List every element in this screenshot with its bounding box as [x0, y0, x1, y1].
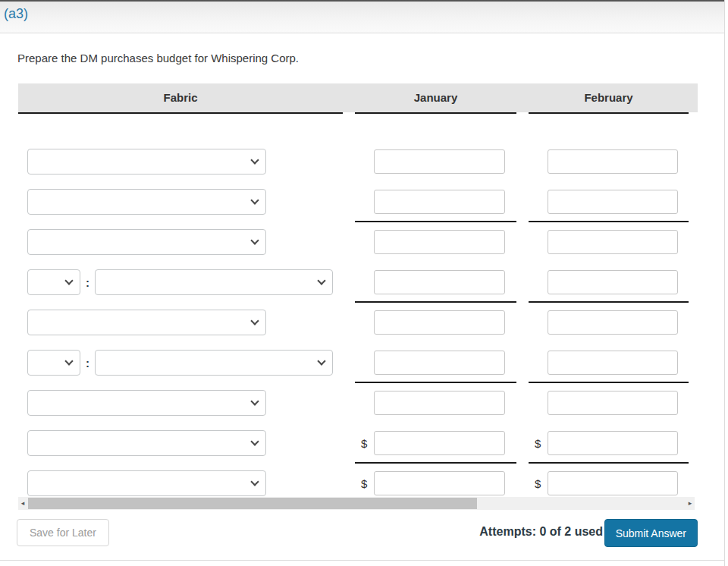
jan-cell [355, 269, 516, 295]
feb-cell [529, 310, 689, 335]
january-amount-input[interactable] [374, 149, 505, 174]
february-amount-input[interactable] [548, 190, 678, 214]
february-amount-input[interactable] [548, 230, 678, 254]
table-row: : [18, 269, 698, 295]
table-row: : [18, 350, 698, 376]
jan-cell [355, 229, 516, 255]
single-rule [529, 382, 689, 383]
feb-cell [529, 350, 689, 376]
single-rule [355, 462, 516, 464]
subtotal-rule-row [18, 382, 698, 383]
january-amount-input[interactable] [374, 270, 505, 294]
scroll-right-arrow-icon[interactable]: ▸ [686, 497, 695, 510]
header-rule [529, 112, 689, 114]
fabric-select[interactable] [27, 390, 266, 416]
january-amount-input[interactable] [374, 351, 505, 375]
column-header-january: January [355, 83, 516, 112]
fabric-select[interactable] [27, 470, 266, 496]
fabric-select [27, 430, 266, 456]
currency-symbol: $ [535, 437, 541, 450]
fabric-select [27, 269, 80, 295]
table-row [18, 310, 698, 335]
table-row: $$ [18, 430, 698, 456]
january-amount-input[interactable] [374, 431, 505, 455]
fabric-select [27, 189, 266, 215]
february-amount-input[interactable] [548, 431, 678, 455]
table-row [18, 229, 698, 255]
feb-cell: $ [529, 430, 689, 456]
single-rule [355, 221, 516, 222]
rule-spacer [18, 301, 343, 303]
table-rows: ::$$$$ [18, 149, 698, 508]
jan-cell: $ [355, 430, 516, 456]
february-amount-input[interactable] [548, 149, 678, 174]
fabric-cell [18, 310, 343, 335]
jan-cell [355, 390, 516, 416]
fabric-select [27, 149, 266, 175]
fabric-select[interactable] [95, 350, 333, 376]
february-amount-input[interactable] [548, 391, 678, 415]
feb-cell [529, 149, 689, 175]
jan-cell [355, 189, 516, 215]
scrollbar-thumb[interactable] [28, 498, 477, 509]
fabric-select[interactable] [27, 189, 266, 215]
single-rule [529, 221, 689, 222]
rule-spacer [18, 221, 343, 222]
january-amount-input[interactable] [374, 190, 505, 214]
january-amount-input[interactable] [374, 230, 505, 254]
fabric-cell [18, 189, 343, 215]
separator-colon: : [86, 357, 89, 369]
fabric-cell [18, 229, 343, 255]
fabric-select [95, 269, 333, 295]
single-rule [355, 382, 516, 383]
feb-cell [529, 269, 689, 295]
table-row [18, 189, 698, 215]
table-row [18, 149, 698, 175]
table-header: Fabric January February [18, 83, 698, 112]
header-rule [355, 112, 516, 114]
currency-symbol: $ [361, 437, 367, 450]
fabric-select[interactable] [27, 149, 266, 175]
fabric-select [95, 350, 333, 376]
january-amount-input[interactable] [374, 310, 505, 335]
tab-bar: (a3) [0, 0, 724, 33]
jan-cell [355, 350, 516, 376]
fabric-select [27, 470, 266, 496]
separator-colon: : [86, 276, 89, 289]
fabric-select[interactable] [27, 229, 266, 255]
fabric-select[interactable] [27, 310, 266, 335]
fabric-cell: : [18, 350, 343, 376]
feb-cell [529, 229, 689, 255]
table-row [18, 390, 698, 416]
single-rule [355, 301, 516, 303]
attempts-counter: Attempts: 0 of 2 used [479, 525, 603, 539]
subtotal-rule-row [18, 221, 698, 222]
fabric-cell [18, 470, 343, 496]
question-panel: (a3) Prepare the DM purchases budget for… [0, 0, 728, 566]
february-amount-input[interactable] [548, 270, 678, 294]
fabric-select[interactable] [27, 269, 80, 295]
jan-cell [355, 149, 516, 175]
feb-cell: $ [529, 470, 689, 496]
rule-spacer [18, 462, 343, 464]
subtotal-rule-row [18, 462, 698, 464]
single-rule [529, 462, 689, 464]
fabric-select[interactable] [27, 350, 80, 376]
horizontal-scrollbar[interactable]: ◂ ▸ [18, 497, 695, 510]
january-amount-input[interactable] [374, 471, 505, 495]
single-rule [529, 301, 689, 303]
submit-answer-button[interactable]: Submit Answer [604, 519, 698, 547]
fabric-select[interactable] [95, 269, 333, 295]
save-for-later-button[interactable]: Save for Later [17, 519, 109, 546]
january-amount-input[interactable] [374, 391, 505, 415]
tab-a3[interactable]: (a3) [4, 6, 28, 22]
currency-symbol: $ [361, 477, 367, 490]
february-amount-input[interactable] [548, 471, 678, 495]
scroll-left-arrow-icon[interactable]: ◂ [18, 497, 27, 510]
header-rule [18, 112, 343, 114]
subtotal-rule-row [18, 301, 698, 303]
february-amount-input[interactable] [548, 351, 678, 375]
fabric-cell [18, 390, 343, 416]
fabric-select[interactable] [27, 430, 266, 456]
february-amount-input[interactable] [548, 310, 678, 335]
